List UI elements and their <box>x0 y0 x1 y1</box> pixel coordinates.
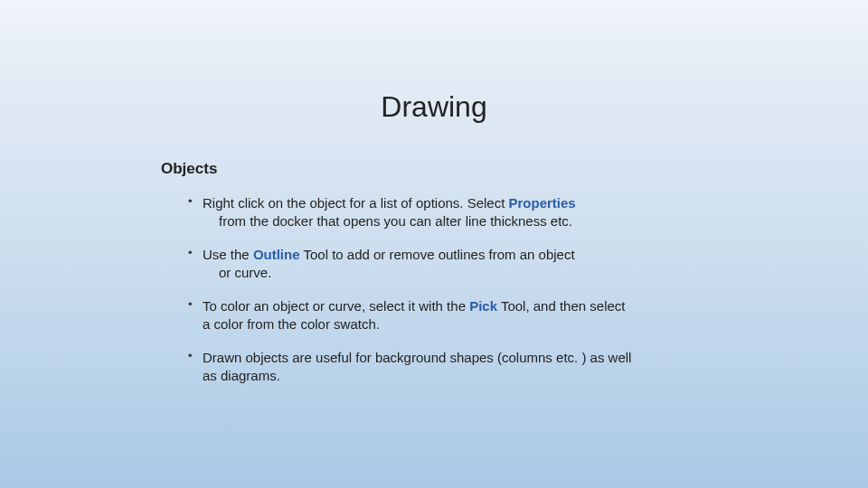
bullet1-highlight-properties: Properties <box>509 195 576 211</box>
bullet3-line2: a color from the color swatch. <box>203 316 380 332</box>
bullet2-mid: Tool to add or remove outlines from an o… <box>300 247 575 262</box>
subheading-objects: Objects <box>161 160 741 178</box>
slide-content: Objects Right click on the object for a … <box>0 160 868 384</box>
bullet-list: Right click on the object for a list of … <box>161 194 741 384</box>
bullet4-line2: as diagrams. <box>203 368 280 383</box>
bullet1-pre: Right click on the object for a list of … <box>203 195 509 211</box>
bullet1-line2: from the docker that opens you can alter… <box>219 212 741 230</box>
bullet-item-2: Use the Outline Tool to add or remove ou… <box>188 246 741 281</box>
bullet2-line2: or curve. <box>219 264 741 282</box>
slide: Drawing Objects Right click on the objec… <box>0 0 868 488</box>
bullet-item-3: To color an object or curve, select it w… <box>188 297 741 333</box>
bullet3-pre: To color an object or curve, select it w… <box>203 298 469 314</box>
slide-title: Drawing <box>0 0 868 160</box>
bullet3-mid: Tool, and then select <box>497 298 626 314</box>
bullet-item-4: Drawn objects are useful for background … <box>188 349 741 384</box>
bullet4-text: Drawn objects are useful for background … <box>203 350 631 365</box>
bullet2-highlight-outline: Outline <box>253 247 300 262</box>
bullet-item-1: Right click on the object for a list of … <box>188 194 741 230</box>
bullet2-pre: Use the <box>203 247 253 262</box>
bullet3-highlight-pick: Pick <box>469 298 497 314</box>
